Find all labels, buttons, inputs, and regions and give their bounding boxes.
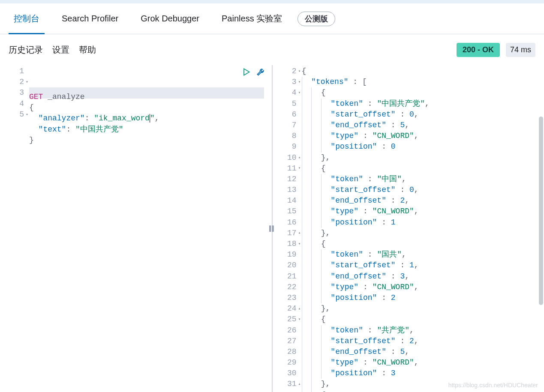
subnav-help[interactable]: 帮助 bbox=[79, 44, 96, 56]
subnav-settings[interactable]: 设置 bbox=[52, 44, 69, 56]
wrench-icon[interactable] bbox=[255, 67, 266, 77]
run-icon[interactable] bbox=[241, 67, 251, 77]
watermark: https://blog.csdn.net/HDUCheater bbox=[448, 382, 538, 389]
request-actions bbox=[241, 67, 266, 77]
resize-handle[interactable]: ▌▌ bbox=[269, 225, 275, 232]
editors: 12▾345▴ GET _analyze{ "analyzer": "ik_ma… bbox=[0, 65, 544, 392]
tabs-row: 控制台 Search Profiler Grok Debugger Painle… bbox=[0, 3, 544, 34]
subnav: 历史记录 设置 帮助 200 - OK 74 ms bbox=[0, 34, 544, 65]
tab-grok-debugger[interactable]: Grok Debugger bbox=[135, 3, 204, 34]
svg-marker-0 bbox=[244, 69, 249, 75]
beta-badge: 公测版 bbox=[298, 12, 335, 26]
request-code[interactable]: GET _analyze{ "analyzer": "ik_max_word",… bbox=[29, 65, 272, 392]
request-gutter: 12▾345▴ bbox=[0, 65, 29, 392]
time-badge: 74 ms bbox=[506, 43, 535, 57]
response-panel[interactable]: 2▾3▾4▾5678910▴11▾121314151617▴18▾1920212… bbox=[272, 65, 544, 392]
tab-painless-lab[interactable]: Painless 实验室 bbox=[216, 3, 287, 34]
tab-console[interactable]: 控制台 bbox=[9, 3, 45, 34]
subnav-history[interactable]: 历史记录 bbox=[9, 44, 43, 56]
response-gutter: 2▾3▾4▾5678910▴11▾121314151617▴18▾1920212… bbox=[273, 65, 302, 392]
request-panel[interactable]: 12▾345▴ GET _analyze{ "analyzer": "ik_ma… bbox=[0, 65, 272, 392]
status-badge: 200 - OK bbox=[457, 43, 500, 57]
response-code: { "tokens" : [ { "token" : "中国共产党", "sta… bbox=[302, 65, 544, 392]
tab-search-profiler[interactable]: Search Profiler bbox=[57, 3, 123, 34]
scrollbar[interactable] bbox=[539, 117, 543, 305]
top-banner bbox=[0, 0, 544, 3]
